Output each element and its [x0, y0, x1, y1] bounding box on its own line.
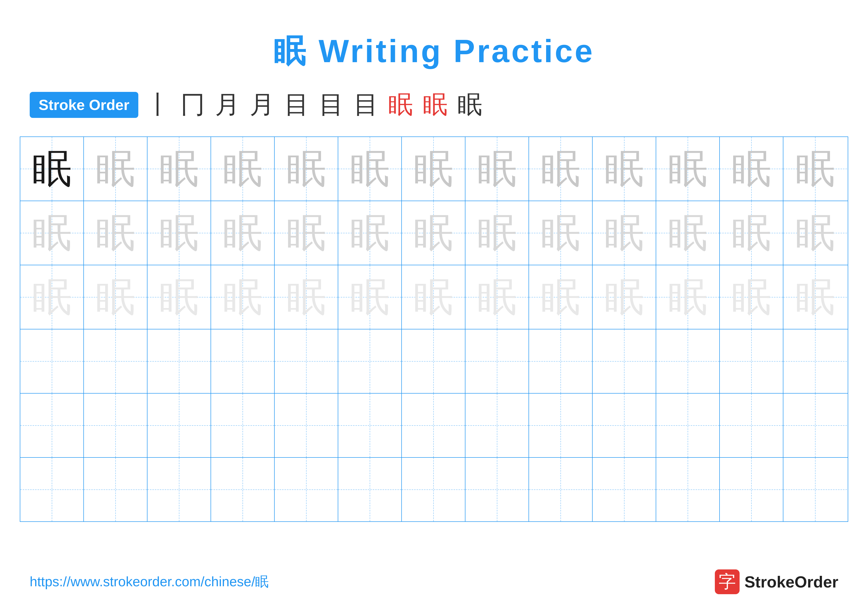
grid-cell-r6c1[interactable]: [20, 458, 84, 521]
stroke-10: 眠: [457, 88, 482, 121]
grid-cell-r3c3: 眠: [147, 265, 211, 329]
grid-cell-r4c10[interactable]: [593, 330, 656, 393]
grid-cell-r6c8[interactable]: [465, 458, 529, 521]
grid-cell-r2c1: 眠: [20, 201, 84, 265]
stroke-6: 目: [319, 88, 344, 121]
grid-cell-r4c5[interactable]: [274, 330, 338, 393]
grid-cell-r2c8: 眠: [465, 201, 529, 265]
grid-cell-r6c13[interactable]: [783, 458, 847, 521]
grid-cell-r2c5: 眠: [274, 201, 338, 265]
footer: https://www.strokeorder.com/chinese/眠 字 …: [0, 569, 868, 594]
stroke-4: 月: [250, 88, 274, 121]
grid-cell-r6c10[interactable]: [593, 458, 656, 521]
grid-cell-r5c8[interactable]: [465, 393, 529, 457]
page-title: 眠 Writing Practice: [0, 0, 868, 73]
grid-cell-r1c5: 眠: [274, 137, 338, 201]
practice-grid: 眠 眠 眠 眠 眠 眠 眠 眠 眠 眠 眠 眠 眠 眠 眠 眠 眠 眠 眠 眠 …: [20, 137, 848, 522]
grid-cell-r6c5[interactable]: [274, 458, 338, 521]
stroke-2: 冂: [180, 88, 205, 121]
grid-cell-r3c8: 眠: [465, 265, 529, 329]
grid-cell-r3c4: 眠: [211, 265, 274, 329]
brand-icon: 字: [715, 569, 739, 594]
grid-cell-r6c3[interactable]: [147, 458, 211, 521]
grid-cell-r1c11: 眠: [656, 137, 720, 201]
stroke-3: 月: [215, 88, 240, 121]
grid-cell-r5c3[interactable]: [147, 393, 211, 457]
grid-row-3: 眠 眠 眠 眠 眠 眠 眠 眠 眠 眠 眠 眠 眠: [20, 265, 848, 330]
grid-cell-r4c7[interactable]: [402, 330, 465, 393]
stroke-sequence: 丨 冂 月 月 目 目 目 眠 眠 眠: [146, 88, 482, 121]
grid-cell-r2c2: 眠: [84, 201, 147, 265]
grid-cell-r1c9: 眠: [529, 137, 593, 201]
grid-cell-r5c10[interactable]: [593, 393, 656, 457]
grid-cell-r2c11: 眠: [656, 201, 720, 265]
grid-cell-r3c5: 眠: [274, 265, 338, 329]
grid-row-5: [20, 393, 848, 458]
grid-cell-r5c4[interactable]: [211, 393, 274, 457]
grid-row-6: [20, 458, 848, 521]
grid-cell-r5c11[interactable]: [656, 393, 720, 457]
stroke-order-badge: Stroke Order: [30, 92, 138, 118]
grid-cell-r6c11[interactable]: [656, 458, 720, 521]
grid-cell-r6c2[interactable]: [84, 458, 147, 521]
stroke-5: 目: [284, 88, 309, 121]
grid-cell-r4c6[interactable]: [338, 330, 402, 393]
footer-brand: 字 StrokeOrder: [715, 569, 838, 594]
grid-cell-r3c9: 眠: [529, 265, 593, 329]
footer-url: https://www.strokeorder.com/chinese/眠: [30, 573, 269, 591]
grid-cell-r4c1[interactable]: [20, 330, 84, 393]
grid-cell-r2c7: 眠: [402, 201, 465, 265]
grid-cell-r2c4: 眠: [211, 201, 274, 265]
stroke-9: 眠: [423, 88, 448, 121]
grid-cell-r4c2[interactable]: [84, 330, 147, 393]
grid-cell-r1c13: 眠: [783, 137, 847, 201]
grid-cell-r4c9[interactable]: [529, 330, 593, 393]
grid-cell-r1c4: 眠: [211, 137, 274, 201]
grid-cell-r3c1: 眠: [20, 265, 84, 329]
grid-cell-r1c7: 眠: [402, 137, 465, 201]
grid-cell-r3c10: 眠: [593, 265, 656, 329]
grid-cell-r2c6: 眠: [338, 201, 402, 265]
grid-row-1: 眠 眠 眠 眠 眠 眠 眠 眠 眠 眠 眠 眠 眠: [20, 137, 848, 201]
grid-cell-r1c12: 眠: [720, 137, 783, 201]
grid-cell-r2c3: 眠: [147, 201, 211, 265]
grid-cell-r2c9: 眠: [529, 201, 593, 265]
grid-cell-r6c12[interactable]: [720, 458, 783, 521]
grid-cell-r2c12: 眠: [720, 201, 783, 265]
grid-cell-r3c7: 眠: [402, 265, 465, 329]
grid-cell-r4c13[interactable]: [783, 330, 847, 393]
grid-cell-r5c12[interactable]: [720, 393, 783, 457]
grid-cell-r6c9[interactable]: [529, 458, 593, 521]
brand-name: StrokeOrder: [744, 573, 838, 591]
grid-cell-r1c6: 眠: [338, 137, 402, 201]
grid-cell-r4c3[interactable]: [147, 330, 211, 393]
grid-cell-r1c8: 眠: [465, 137, 529, 201]
grid-cell-r3c13: 眠: [783, 265, 847, 329]
grid-cell-r5c2[interactable]: [84, 393, 147, 457]
grid-row-4: [20, 330, 848, 393]
grid-cell-r1c3: 眠: [147, 137, 211, 201]
grid-cell-r6c4[interactable]: [211, 458, 274, 521]
grid-row-2: 眠 眠 眠 眠 眠 眠 眠 眠 眠 眠 眠 眠 眠: [20, 201, 848, 265]
grid-cell-r1c1: 眠: [20, 137, 84, 201]
grid-cell-r5c13[interactable]: [783, 393, 847, 457]
grid-cell-r5c7[interactable]: [402, 393, 465, 457]
grid-cell-r4c12[interactable]: [720, 330, 783, 393]
grid-cell-r5c6[interactable]: [338, 393, 402, 457]
grid-cell-r5c5[interactable]: [274, 393, 338, 457]
grid-cell-r2c13: 眠: [783, 201, 847, 265]
grid-cell-r3c2: 眠: [84, 265, 147, 329]
grid-cell-r6c7[interactable]: [402, 458, 465, 521]
grid-cell-r6c6[interactable]: [338, 458, 402, 521]
stroke-1: 丨: [146, 88, 170, 121]
grid-cell-r4c11[interactable]: [656, 330, 720, 393]
grid-cell-r3c12: 眠: [720, 265, 783, 329]
grid-cell-r1c2: 眠: [84, 137, 147, 201]
grid-cell-r4c8[interactable]: [465, 330, 529, 393]
grid-cell-r4c4[interactable]: [211, 330, 274, 393]
grid-cell-r5c9[interactable]: [529, 393, 593, 457]
stroke-8: 眠: [388, 88, 413, 121]
grid-cell-r5c1[interactable]: [20, 393, 84, 457]
stroke-7: 目: [353, 88, 378, 121]
grid-cell-r1c10: 眠: [593, 137, 656, 201]
